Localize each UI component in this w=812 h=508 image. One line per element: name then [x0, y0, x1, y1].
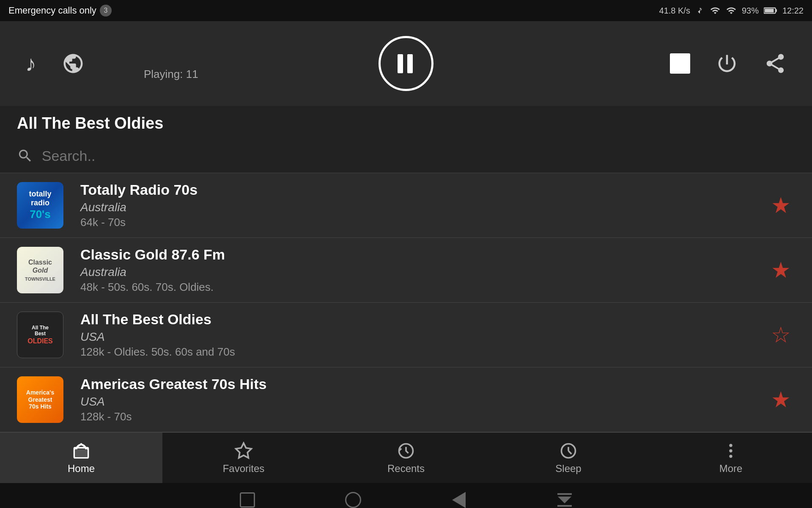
station-info-1: Totally Radio 70s Australia 64k - 70s: [80, 182, 767, 229]
player-center: [379, 36, 433, 91]
station-name: Americas Greatest 70s Hits: [80, 376, 767, 392]
search-bar: [0, 141, 812, 173]
favorite-button-2[interactable]: ★: [767, 253, 795, 287]
favorite-button-1[interactable]: ★: [767, 188, 795, 222]
nav-item-recents[interactable]: Recents: [325, 433, 487, 483]
station-info-2: Classic Gold 87.6 Fm Australia 48k - 50s…: [80, 246, 767, 294]
nav-item-sleep[interactable]: Sleep: [487, 433, 650, 483]
download-button[interactable]: [554, 489, 575, 508]
radio-item[interactable]: Classic Gold TOWNSVILLE Classic Gold 87.…: [0, 238, 812, 303]
playing-label: Playing: 11: [144, 68, 198, 81]
pause-button[interactable]: [379, 36, 433, 91]
favorites-icon: [234, 442, 253, 460]
station-logo-1: totally radio 70's: [17, 182, 63, 229]
signal-icon: [710, 6, 721, 16]
search-icon: [17, 147, 33, 164]
station-info-4: Americas Greatest 70s Hits USA 128k - 70…: [80, 376, 767, 423]
station-logo-3: All The Best OLDIES: [17, 312, 63, 358]
stop-button[interactable]: [670, 53, 690, 74]
favorite-button-4[interactable]: ★: [767, 383, 795, 417]
globe-icon[interactable]: [62, 52, 85, 75]
nav-item-more[interactable]: More: [650, 433, 812, 483]
more-icon: [721, 442, 740, 460]
nav-label-recents: Recents: [387, 463, 425, 475]
station-country: Australia: [80, 265, 767, 279]
bottom-nav: Home Favorites Recents Sleep More: [0, 432, 812, 483]
clock: 12:22: [782, 6, 804, 16]
svg-point-9: [729, 444, 732, 447]
bluetooth-icon: [695, 5, 705, 17]
home-icon: [72, 442, 91, 460]
emergency-text: Emergency calls only: [8, 5, 96, 16]
station-country: USA: [80, 395, 767, 409]
svg-marker-6: [236, 443, 252, 458]
player-header: ♪ Playing: 11: [0, 21, 812, 106]
home-button[interactable]: [343, 489, 364, 508]
radio-list: totally radio 70's Totally Radio 70s Aus…: [0, 173, 812, 432]
station-details: 64k - 70s: [80, 216, 767, 229]
status-bar: Emergency calls only 3 41.8 K/s 93% 12:2…: [0, 0, 812, 21]
station-details: 48k - 50s. 60s. 70s. Oldies.: [80, 281, 767, 294]
radio-item[interactable]: totally radio 70's Totally Radio 70s Aus…: [0, 173, 812, 238]
power-icon[interactable]: [716, 52, 738, 75]
station-info-3: All The Best Oldies USA 128k - Oldies. 5…: [80, 311, 767, 359]
share-icon[interactable]: [764, 52, 787, 75]
notification-badge: 3: [100, 5, 112, 17]
station-name: Totally Radio 70s: [80, 182, 767, 198]
station-logo-4: America's Greatest 70s Hits: [17, 376, 63, 423]
music-note-icon: ♪: [25, 51, 36, 76]
svg-rect-1: [765, 9, 774, 13]
favorite-button-3[interactable]: ☆: [767, 318, 795, 352]
svg-rect-5: [75, 449, 87, 457]
svg-point-10: [729, 449, 732, 452]
nav-label-home: Home: [68, 463, 95, 475]
battery-level: 93%: [742, 6, 759, 16]
nav-label-more: More: [719, 463, 743, 475]
station-country: USA: [80, 330, 767, 344]
radio-item[interactable]: All The Best OLDIES All The Best Oldies …: [0, 303, 812, 367]
svg-point-11: [729, 455, 732, 458]
wifi-icon: [726, 6, 737, 16]
system-nav-bar: [0, 483, 812, 508]
nav-label-sleep: Sleep: [555, 463, 581, 475]
station-logo-2: Classic Gold TOWNSVILLE: [17, 247, 63, 293]
recent-apps-button[interactable]: [237, 489, 258, 508]
station-country: Australia: [80, 201, 767, 214]
station-name: Classic Gold 87.6 Fm: [80, 246, 767, 263]
recents-icon: [397, 442, 415, 460]
station-name: All The Best Oldies: [80, 311, 767, 328]
radio-item[interactable]: America's Greatest 70s Hits Americas Gre…: [0, 367, 812, 432]
pause-icon: [398, 53, 414, 74]
battery-icon: [764, 6, 777, 16]
station-details: 128k - Oldies. 50s. 60s and 70s: [80, 345, 767, 359]
back-button[interactable]: [448, 489, 469, 508]
svg-rect-2: [776, 9, 777, 12]
nav-label-favorites: Favorites: [223, 463, 265, 475]
nav-item-home[interactable]: Home: [0, 433, 162, 483]
sleep-icon: [559, 442, 578, 460]
nav-item-favorites[interactable]: Favorites: [162, 433, 325, 483]
current-station-title: All The Best Oldies: [0, 106, 812, 141]
search-input[interactable]: [42, 148, 795, 164]
network-speed: 41.8 K/s: [659, 6, 690, 16]
station-details: 128k - 70s: [80, 410, 767, 423]
